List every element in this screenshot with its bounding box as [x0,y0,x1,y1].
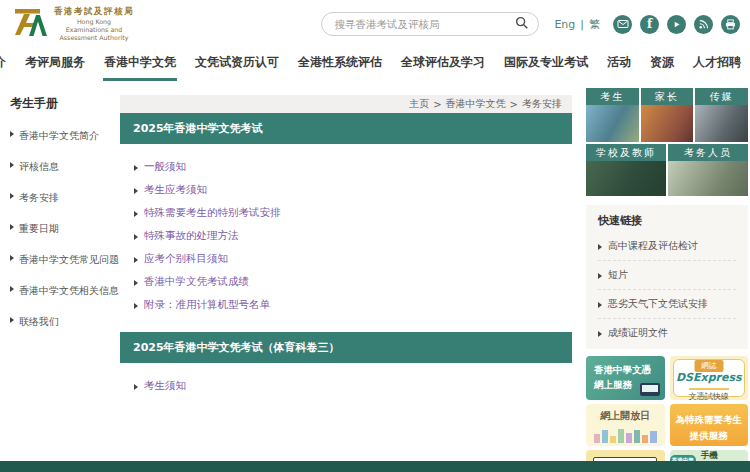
link-calculator-list[interactable]: 附录：准用计算机型号名单 [134,298,572,312]
promo-special-needs-services[interactable]: 為特殊需要考生 提供服務 [670,404,749,446]
printer-icon[interactable] [721,15,740,34]
quick-links-title: 快速链接 [598,213,736,232]
language-switcher: Eng | 繁 [554,17,600,32]
nav-item-about[interactable]: 考评局简介 [0,48,7,81]
candidates-photo [586,105,639,142]
nav-item-services[interactable]: 考评局服务 [24,48,86,81]
tile-schools-teachers[interactable]: 学校及教师 [586,144,666,196]
lang-divider: | [580,18,584,31]
schools-photo [586,161,666,196]
link-subject-notes[interactable]: 应考个别科目须知 [134,252,572,266]
sidebar-item-faq[interactable]: 香港中学文凭常见问题 [10,253,118,267]
section1-link-list: 一般须知 考生应考须知 特殊需要考生的特别考试安排 特殊事故的处理方法 应考个别… [120,144,572,332]
quicklink-bad-weather[interactable]: 恶劣天气下文凭试安排 [598,290,736,319]
footer-bar [0,461,750,472]
bullet-icon [134,165,138,171]
bullet-icon [10,286,14,292]
sidebar-item-hkdse-intro[interactable]: 香港中学文凭简介 [10,129,118,143]
bullet-icon [134,384,138,390]
nav-item-resources[interactable]: 资源 [649,48,675,81]
quicklink-curriculum-review[interactable]: 高中课程及评估检讨 [598,232,736,261]
tile-candidates[interactable]: 考生 [586,88,639,142]
nav-item-events[interactable]: 活动 [606,48,632,81]
hkeaa-logo[interactable]: 香港考試及評核局 Hong Kong Examinations and Asse… [14,6,134,42]
promo-online-services[interactable]: 香港中學文憑 網上服務 [586,356,665,400]
sidebar-item-related-info[interactable]: 香港中学文凭相关信息 [10,284,118,298]
link-exam-results[interactable]: 香港中学文凭考试成绩 [134,275,572,289]
hkeaa-logo-icon [14,7,48,41]
bullet-icon [10,162,14,168]
sidebar-item-assessment-info[interactable]: 评核信息 [10,160,118,174]
link-special-arrangements[interactable]: 特殊需要考生的特别考试安排 [134,206,572,220]
bullet-icon [10,224,14,230]
quicklink-result-certificates[interactable]: 成绩证明文件 [598,319,736,347]
bullet-icon [134,257,138,263]
breadcrumb-separator: > [510,99,518,110]
link-general-notes[interactable]: 一般须知 [134,160,572,174]
bullet-icon [598,302,602,308]
rss-icon[interactable] [694,15,713,34]
nav-item-recognition[interactable]: 文凭试资历认可 [194,48,280,81]
section2-link-list: 考生须知 [120,363,572,413]
bullet-icon [598,331,602,337]
right-sidebar: 考生 家长 传媒 学校及教师 考务人员 快速链接 高中课程及评估检讨 [586,80,748,472]
sidebar-item-key-dates[interactable]: 重要日期 [10,222,118,236]
audience-tiles: 考生 家长 传媒 学校及教师 考务人员 [586,88,748,196]
sidebar-item-contact[interactable]: 联络我们 [10,315,118,329]
link-pe-candidate-notes[interactable]: 考生须知 [134,379,572,393]
sidebar-item-exam-admin[interactable]: 考务安排 [10,191,118,205]
breadcrumb: 主页 > 香港中学文凭 > 考务安排 [120,95,572,113]
bullet-icon [10,131,14,137]
main-nav: 考评局简介 考评局服务 香港中学文凭 文凭试资历认可 全港性系统评估 全球评估及… [0,48,750,80]
bullet-icon [134,234,138,240]
promo-dsexpress-blog[interactable]: 網誌 DSExpress 文憑試快線 [670,356,749,400]
search-icon[interactable] [515,15,529,34]
section-banner-2025-exam: 2025年香港中学文凭考试 [120,113,572,144]
link-incident-handling[interactable]: 特殊事故的处理方法 [134,229,572,243]
site-header: 香港考試及評核局 Hong Kong Examinations and Asse… [0,0,750,48]
social-links: f [613,15,742,34]
logo-name-en1: Hong Kong [54,18,134,26]
nav-item-tsa[interactable]: 全港性系统评估 [297,48,383,81]
breadcrumb-current: 考务安排 [522,97,562,111]
facebook-icon[interactable]: f [640,15,659,34]
link-candidate-instructions[interactable]: 考生应考须知 [134,183,572,197]
bullet-icon [134,280,138,286]
bullet-icon [10,193,14,199]
site-search [321,12,539,36]
logo-name-en3: Assessment Authority [54,34,134,42]
nav-item-hkdse[interactable]: 香港中学文凭 [103,48,177,81]
bullet-icon [134,188,138,194]
youtube-icon[interactable] [667,15,686,34]
tile-exam-personnel[interactable]: 考务人员 [668,144,748,196]
breadcrumb-hkdse[interactable]: 香港中学文凭 [446,97,506,111]
quick-links-box: 快速链接 高中课程及评估检讨 短片 恶劣天气下文凭试安排 成绩证明文件 [586,205,748,349]
nav-item-careers[interactable]: 人才招聘 [692,48,742,81]
breadcrumb-home[interactable]: 主页 [409,97,429,111]
media-photo [695,105,748,142]
tile-media[interactable]: 传媒 [695,88,748,142]
bullet-icon [134,211,138,217]
promo-online-open-day[interactable]: 網上開放日 [586,404,665,446]
city-skyline-illustration [594,428,657,443]
promo-banners: 香港中學文憑 網上服務 網誌 DSExpress 文憑試快線 網上開放日 為特殊… [586,356,748,472]
bullet-icon [598,244,602,250]
logo-name-zh: 香港考試及評核局 [54,6,134,18]
bullet-icon [10,255,14,261]
tile-parents[interactable]: 家长 [641,88,694,142]
lang-traditional-link[interactable]: 繁 [589,17,600,32]
search-input[interactable] [334,18,515,30]
parents-photo [641,105,694,142]
computer-icon [640,383,660,396]
email-icon[interactable] [613,15,632,34]
nav-item-global[interactable]: 全球评估及学习 [400,48,486,81]
lang-english-link[interactable]: Eng [554,18,575,31]
quicklink-videos[interactable]: 短片 [598,261,736,290]
section-banner-pe-paper3: 2025年香港中学文凭考试（体育科卷三） [120,332,572,363]
logo-name-en2: Examinations and [54,26,134,34]
nav-item-ipe[interactable]: 国际及专业考试 [503,48,589,81]
personnel-photo [668,161,748,196]
blog-badge: 網誌 [694,360,723,372]
bullet-icon [598,273,602,279]
left-sidebar: 考生手册 香港中学文凭简介 评核信息 考务安排 重要日期 香港中学文凭常见问题 … [0,80,120,346]
